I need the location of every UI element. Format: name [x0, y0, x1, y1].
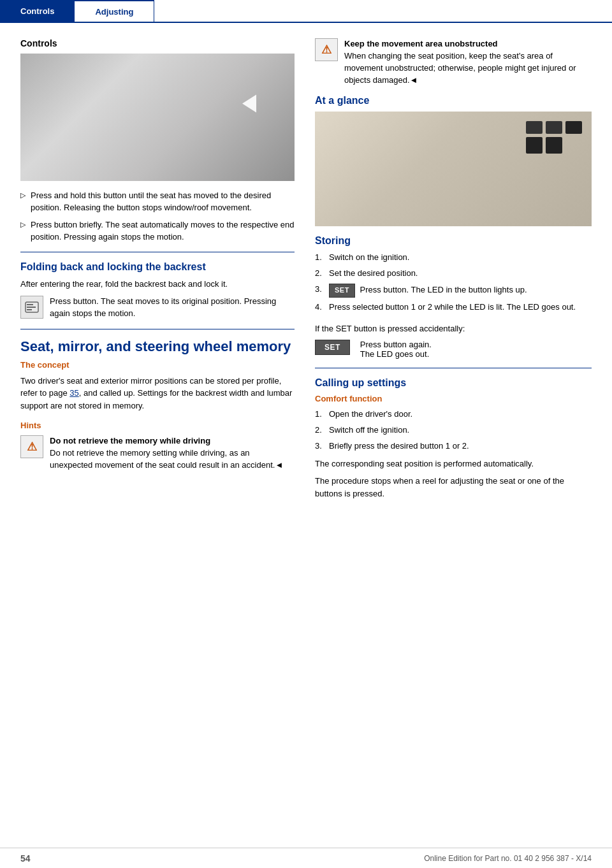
- svg-rect-1: [27, 304, 33, 305]
- storing-step-1: 1.Switch on the ignition.: [315, 252, 592, 264]
- tab-controls[interactable]: Controls: [0, 0, 75, 22]
- header-tabs: Controls Adjusting: [0, 0, 612, 23]
- set-press-again: Press button again.: [360, 340, 432, 349]
- page-link[interactable]: 35: [69, 388, 78, 398]
- set-accidentally-text: If the SET button is pressed accidentall…: [315, 322, 592, 335]
- storing-step-2: 2.Set the desired position.: [315, 268, 592, 280]
- warning-icon-right: ⚠: [315, 38, 338, 61]
- folding-title: Folding back and locking the backrest: [20, 261, 295, 273]
- right-column: ⚠ Keep the movement area unobstructed Wh…: [315, 38, 592, 505]
- warning-body-right: When changing the seat position, keep th…: [344, 50, 592, 87]
- warning-title-right: Keep the movement area unobstructed: [344, 38, 592, 50]
- comfort-title: Comfort function: [315, 394, 592, 403]
- divider-1: [20, 252, 295, 252]
- tab-adjusting[interactable]: Adjusting: [75, 0, 154, 22]
- svg-rect-3: [27, 309, 32, 310]
- bullet-arrow-icon-2: ▷: [20, 220, 26, 229]
- seat-memory-title: Seat, mirror, and steering wheel memory: [20, 338, 295, 355]
- concept-text: Two driver's seat and exterior mirror po…: [20, 375, 295, 412]
- comfort-text1: The corresponding seat position is perfo…: [315, 458, 592, 470]
- bullet-item-1: ▷ Press and hold this button until the s…: [20, 190, 295, 214]
- comfort-step-3: 3.Briefly press the desired button 1 or …: [315, 440, 592, 452]
- set-led-out: The LED goes out.: [360, 349, 432, 359]
- footer: 54 Online Edition for Part no. 01 40 2 9…: [0, 848, 612, 868]
- car-interior-image: [20, 54, 295, 181]
- set-button-step3: SET: [329, 284, 355, 298]
- at-a-glance-title: At a glance: [315, 95, 592, 106]
- comfort-step-2: 2.Switch off the ignition.: [315, 424, 592, 437]
- storing-steps: 1.Switch on the ignition. 2.Set the desi…: [315, 252, 592, 313]
- calling-up-title: Calling up settings: [315, 377, 592, 389]
- seat-panel-image: [315, 112, 592, 226]
- warning-title: Do not retrieve the memory while driving: [50, 435, 295, 447]
- divider-right-1: [315, 368, 592, 368]
- bullet-item-2: ▷ Press button briefly. The seat automat…: [20, 219, 295, 243]
- warning-icon: ⚠: [20, 435, 43, 458]
- divider-2: [20, 329, 295, 329]
- comfort-text2: The procedure stops when a reel for adju…: [315, 475, 592, 500]
- storing-step-4: 4.Press selected button 1 or 2 while the…: [315, 301, 592, 314]
- hints-title: Hints: [20, 421, 295, 430]
- note-box: Press button. The seat moves to its orig…: [20, 296, 295, 320]
- note-icon: [20, 296, 43, 319]
- svg-rect-2: [27, 307, 36, 308]
- storing-title: Storing: [315, 235, 592, 247]
- footer-text: Online Edition for Part no. 01 40 2 956 …: [306, 854, 592, 863]
- controls-title: Controls: [20, 38, 295, 48]
- comfort-step-1: 1.Open the driver's door.: [315, 409, 592, 421]
- set-button-standalone: SET: [315, 340, 350, 355]
- arrow-icon: [242, 95, 256, 113]
- concept-title: The concept: [20, 360, 295, 370]
- main-content: Controls ▷ Press and hold this button un…: [0, 23, 612, 520]
- comfort-steps: 1.Open the driver's door. 2.Switch off t…: [315, 409, 592, 452]
- warning-body: Do not retrieve the memory setting while…: [50, 447, 295, 472]
- left-column: Controls ▷ Press and hold this button un…: [20, 38, 295, 505]
- page-number: 54: [20, 853, 306, 864]
- storing-step-3: 3. SET Press button. The LED in the butt…: [315, 284, 592, 298]
- arrow-overlay: [242, 95, 256, 115]
- warning-box: ⚠ Do not retrieve the memory while drivi…: [20, 435, 295, 472]
- folding-text: After entering the rear, fold the backre…: [20, 278, 295, 291]
- set-note-box: SET Press button again. The LED goes out…: [315, 340, 592, 359]
- warning-box-right: ⚠ Keep the movement area unobstructed Wh…: [315, 38, 592, 86]
- bullet-arrow-icon: ▷: [20, 191, 26, 200]
